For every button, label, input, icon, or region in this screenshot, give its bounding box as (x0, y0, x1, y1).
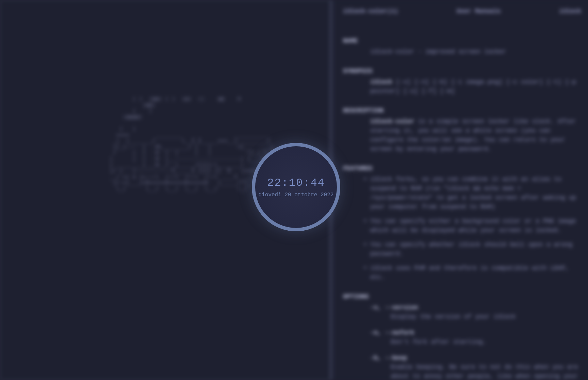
feature-item: You can specify either a background colo… (343, 217, 581, 235)
option-flags: -v, --version (343, 303, 581, 312)
feature-item: i3lock forks, so you can combine it with… (343, 175, 581, 212)
option-desc: Enable beeping. Be sure to not do this w… (343, 363, 581, 380)
manpage-header-center: User Manuals (457, 7, 501, 16)
manpage-header-left: i3lock-color(1) (343, 7, 398, 16)
lock-time-display: 22:10:44 (267, 177, 325, 189)
option-flags: -n, --nofork (343, 328, 581, 337)
section-synopsis-label: SYNOPSIS (343, 67, 581, 76)
section-features-label: FEATURES (343, 164, 581, 173)
ascii-train-art: ( ) (@@) ( ) (@) () @@ O (@@) ( ) (@@@@)… (110, 96, 277, 192)
section-description-body: i3lock-color is a simple screen locker l… (343, 117, 581, 154)
manpage-header: i3lock-color(1) User Manuals i3lock (343, 7, 581, 16)
section-synopsis-body: i3lock [-v] [-n] [-b] [-i image.png] [-c… (343, 78, 581, 96)
section-options-label: OPTIONS (343, 292, 581, 301)
manpage-header-right: i3lock (559, 7, 581, 16)
feature-item: You can specify whether i3lock should be… (343, 240, 581, 259)
section-description-label: DESCRIPTION (343, 106, 581, 115)
manpage-pane: i3lock-color(1) User Manuals i3lock NAME… (333, 0, 588, 380)
description-term: i3lock-color (370, 118, 414, 125)
lock-screen-indicator[interactable]: 22:10:44 giovedì 20 ottobre 2022 (252, 143, 340, 231)
synopsis-flags: [-v] [-n] [-b] [-i image.png] [-c color]… (370, 79, 576, 95)
feature-item: i3lock uses PAM and therefore is compati… (343, 264, 581, 282)
synopsis-cmd: i3lock (370, 79, 392, 85)
option-desc: Display the version of your i3lock (343, 312, 581, 321)
option-desc: Don't fork after starting. (343, 337, 581, 347)
section-name-label: NAME (343, 36, 581, 46)
section-name-body: i3lock-color - improved screen locker (343, 47, 581, 56)
option-flags: -b, --beep (343, 353, 581, 363)
lock-date-display: giovedì 20 ottobre 2022 (259, 192, 334, 198)
